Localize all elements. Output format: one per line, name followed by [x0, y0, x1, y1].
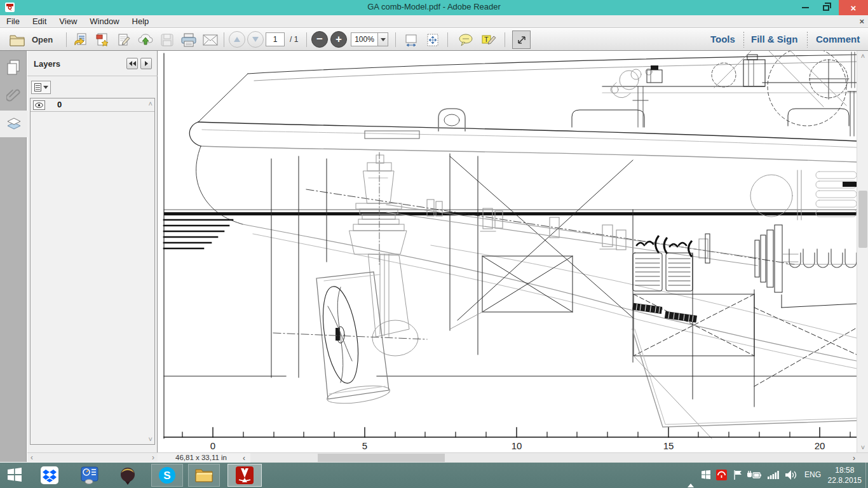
page-size-label: 46,81 x 33,11 in — [175, 454, 227, 461]
panel-horizontal-scrollbar[interactable]: ‹ › — [27, 452, 158, 462]
fit-width-button[interactable] — [402, 30, 421, 49]
next-page-button[interactable] — [247, 31, 264, 48]
scroll-up-icon[interactable]: ˄ — [857, 51, 868, 61]
show-desktop-button[interactable] — [865, 463, 866, 488]
menu-help[interactable]: Help — [126, 17, 156, 26]
ship-drawing: 0 5 10 15 20 — [158, 51, 857, 452]
document-status-bar: 46,81 x 33,11 in ‹ › — [158, 452, 868, 462]
menu-file[interactable]: File — [0, 17, 26, 26]
menu-view[interactable]: View — [53, 17, 83, 26]
create-pdf-button[interactable] — [93, 30, 112, 49]
hull-modeler-icon[interactable] — [118, 466, 137, 485]
collapse-panel-button[interactable] — [126, 58, 138, 69]
tray-avira-icon[interactable] — [716, 470, 727, 483]
system-utility-icon[interactable] — [80, 466, 99, 484]
fit-width-icon — [404, 33, 418, 47]
tray-date: 22.8.2015 г. — [828, 475, 862, 488]
menubar-close-icon[interactable]: × — [859, 17, 864, 26]
ruler-label-15: 15 — [663, 440, 674, 451]
dropbox-icon[interactable] — [41, 466, 58, 484]
options-list-icon — [34, 83, 41, 92]
horizontal-scrollbar[interactable] — [250, 453, 868, 463]
restore-button[interactable] — [817, 0, 835, 15]
open-label[interactable]: Open — [32, 35, 53, 44]
close-button[interactable]: × — [839, 0, 868, 15]
layer-visibility-toggle[interactable] — [33, 100, 45, 110]
svg-text:S: S — [163, 470, 170, 482]
layers-tab[interactable] — [0, 111, 27, 137]
tray-action-flag-icon[interactable] — [734, 470, 742, 482]
expand-panel-button[interactable] — [140, 58, 152, 69]
zoom-level-input[interactable]: 100% — [351, 32, 377, 46]
open-button[interactable] — [8, 30, 27, 49]
hidden-icons-chevron[interactable] — [688, 473, 694, 484]
tray-volume-icon[interactable] — [785, 470, 797, 482]
layers-icon — [6, 116, 22, 132]
vertical-scrollbar[interactable]: ˄ ˅ — [857, 51, 868, 452]
highlight-text-button[interactable]: T — [479, 30, 498, 49]
desktop: GA comb-Model.pdf - Adobe Reader × File … — [0, 0, 868, 488]
menu-window[interactable]: Window — [83, 17, 125, 26]
horizontal-scroll-thumb[interactable] — [318, 454, 445, 462]
taskbar-file-explorer[interactable] — [188, 464, 220, 487]
scroll-left-icon[interactable]: ‹ — [31, 453, 33, 463]
email-button[interactable] — [201, 30, 220, 49]
zoom-in-button[interactable]: + — [330, 31, 347, 48]
folder-icon — [9, 33, 25, 47]
scroll-right-icon[interactable]: › — [152, 453, 154, 463]
page-total-label: / 1 — [290, 35, 298, 44]
layer-name[interactable]: 0 — [57, 100, 62, 109]
page-thumbnails-tab[interactable] — [0, 55, 27, 80]
send-file-icon — [73, 32, 88, 48]
paperclip-icon — [6, 86, 20, 104]
page-number-input[interactable]: 1 — [266, 32, 285, 46]
taskbar: S — [0, 463, 868, 488]
menu-bar: File Edit View Window Help × — [0, 15, 868, 28]
tab-tools[interactable]: Tools — [710, 34, 735, 44]
panel-scroll-down-icon[interactable]: ˅ — [149, 435, 153, 443]
tab-fill-sign[interactable]: Fill & Sign — [751, 34, 797, 44]
layer-row[interactable]: 0 — [31, 98, 154, 112]
fit-page-button[interactable] — [423, 30, 442, 49]
scroll-left-icon[interactable]: ‹ — [239, 453, 249, 463]
eye-icon — [35, 102, 43, 108]
send-file-button[interactable] — [71, 30, 90, 49]
chevron-down-icon — [381, 38, 386, 41]
layers-panel: Layers 0 ˄ ˅ ‹ — [27, 51, 158, 462]
layers-list: 0 ˄ ˅ — [30, 98, 155, 445]
attachments-tab[interactable] — [0, 83, 27, 108]
double-left-icon — [129, 61, 132, 66]
save-icon — [160, 33, 174, 47]
cloud-upload-button[interactable] — [136, 30, 155, 49]
zoom-out-button[interactable]: − — [311, 31, 328, 48]
navigation-rail — [0, 51, 27, 462]
taskbar-skype[interactable]: S — [151, 464, 183, 487]
pdf-page[interactable]: 0 5 10 15 20 — [158, 51, 857, 452]
menu-edit[interactable]: Edit — [26, 17, 53, 26]
previous-page-button[interactable] — [229, 31, 245, 48]
zoom-dropdown-button[interactable] — [377, 32, 388, 46]
tab-comment[interactable]: Comment — [816, 34, 860, 44]
save-button[interactable] — [158, 30, 177, 49]
print-button[interactable] — [179, 30, 198, 49]
cloud-upload-icon — [137, 32, 154, 48]
up-arrow-icon — [234, 37, 240, 42]
sticky-note-button[interactable] — [456, 30, 475, 49]
toggle-panels-button[interactable] — [512, 30, 531, 49]
minimize-button[interactable] — [797, 0, 813, 15]
start-button[interactable] — [6, 466, 23, 483]
language-indicator[interactable]: ENG — [804, 470, 821, 479]
tray-clock[interactable]: 18:58 22.8.2015 г. — [828, 465, 862, 488]
scroll-right-icon[interactable]: › — [849, 453, 859, 463]
tray-windows-icon[interactable] — [702, 470, 710, 482]
panel-scroll-up-icon[interactable]: ˄ — [149, 100, 153, 107]
sign-document-button[interactable] — [114, 30, 133, 49]
taskbar-adobe-reader[interactable] — [227, 464, 262, 487]
tray-network-icon[interactable] — [768, 470, 779, 482]
layer-options-button[interactable] — [31, 81, 51, 94]
scroll-down-icon[interactable]: ˅ — [857, 442, 868, 452]
tray-power-icon[interactable] — [747, 470, 761, 482]
vertical-scroll-thumb[interactable] — [858, 191, 867, 248]
fit-page-icon — [426, 33, 440, 47]
ruler-label-10: 10 — [512, 440, 522, 451]
